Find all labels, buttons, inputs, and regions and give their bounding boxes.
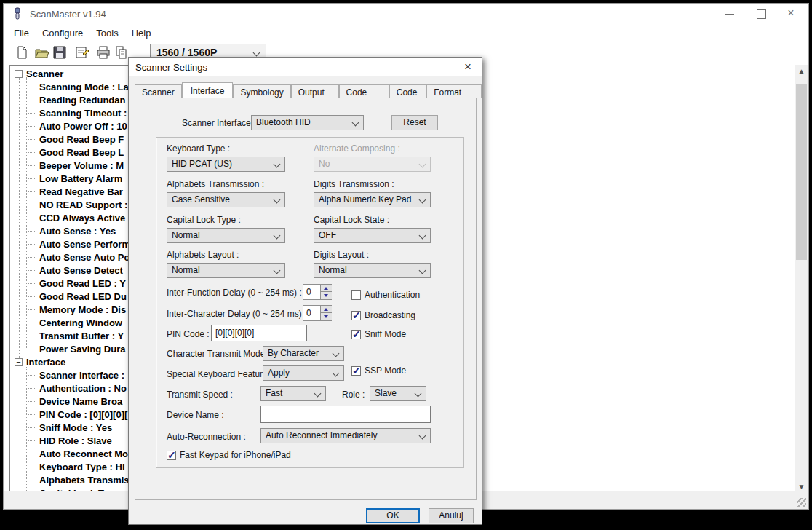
tree-item[interactable]: Scanning Mode : La — [10, 80, 133, 93]
broadcasting-label: Broadcasting — [365, 310, 415, 320]
minimize-icon[interactable] — [715, 4, 744, 24]
close-icon[interactable]: × — [776, 4, 805, 24]
tree-item[interactable]: Auto Reconnect Mo — [10, 447, 133, 460]
spin-down-icon[interactable] — [321, 292, 332, 299]
tree-item[interactable]: Auto Sense : Yes — [10, 224, 133, 237]
tree-item[interactable]: Good Read Beep L — [10, 146, 133, 159]
device-name-input[interactable] — [260, 406, 431, 423]
menu-tools[interactable]: Tools — [89, 25, 124, 41]
properties-icon[interactable] — [73, 44, 89, 60]
keyboard-type-select[interactable]: HID PCAT (US) — [167, 157, 285, 172]
capital-lock-state-select[interactable]: OFF — [314, 228, 431, 243]
sniff-mode-checkbox[interactable]: Sniff Mode — [351, 329, 406, 339]
tab-code-id[interactable]: Code ID — [389, 84, 426, 98]
tree-connector — [28, 191, 36, 192]
inter-character-delay-spinner[interactable]: 0 — [303, 305, 332, 321]
tab-symbology[interactable]: Symbology — [233, 84, 290, 98]
ok-button[interactable]: OK — [366, 508, 420, 523]
tree-item[interactable]: Scanning Timeout : — [10, 106, 133, 119]
menu-help[interactable]: Help — [125, 25, 158, 41]
chevron-down-icon — [253, 50, 260, 57]
scanner-interface-select[interactable]: Bluetooth HID — [251, 115, 364, 130]
print-icon[interactable] — [95, 44, 111, 60]
tree-item[interactable]: Scanner Interface : — [10, 368, 133, 381]
ssp-mode-checkbox[interactable]: SSP Mode — [351, 365, 406, 376]
tree-connector — [28, 480, 36, 480]
scrollbar-thumb[interactable] — [796, 84, 807, 260]
tab-interface[interactable]: Interface — [182, 82, 234, 98]
new-file-icon[interactable] — [14, 44, 30, 60]
tree-item[interactable]: Good Read LED : Y — [10, 277, 133, 290]
character-transmit-mode-select[interactable]: By Character — [263, 346, 344, 361]
tree-item[interactable]: Reading Redundan — [10, 93, 133, 106]
tree-section-interface[interactable]: −Interface — [10, 355, 133, 368]
tree-section-scanner[interactable]: −Scanner — [10, 67, 133, 80]
tree-item[interactable]: Keyboard Type : HI — [10, 460, 133, 473]
tab-output-seq[interactable]: Output Seq. — [291, 84, 339, 98]
tree-item[interactable]: PIN Code : [0][0][0][ — [10, 408, 133, 421]
tree-item[interactable]: Read Negative Bar — [10, 185, 133, 198]
vertical-scrollbar[interactable]: ▲ ▼ — [795, 65, 808, 493]
copy-icon[interactable] — [114, 44, 130, 60]
menu-configure[interactable]: Configure — [36, 25, 89, 41]
tree-item[interactable]: Authentication : No — [10, 381, 133, 395]
tree-item[interactable]: Auto Sense Auto Po — [10, 250, 133, 264]
tree-item[interactable]: Auto Sense Detect — [10, 264, 133, 277]
special-keyboard-feature-label: Special Keyboard Feature : — [167, 369, 272, 379]
tree-item[interactable]: Device Name Broa — [10, 395, 133, 408]
tree-item[interactable]: Auto Sense Perform — [10, 237, 133, 250]
inter-function-delay-spinner[interactable]: 0 — [303, 284, 332, 300]
open-file-icon[interactable] — [33, 44, 49, 60]
tree-item[interactable]: CCD Always Active — [10, 211, 133, 224]
alphabets-layout-select[interactable]: Normal — [167, 263, 285, 278]
scroll-up-icon[interactable]: ▲ — [795, 65, 808, 77]
tree-item[interactable]: Auto Power Off : 10 — [10, 119, 133, 132]
tree-item[interactable]: Power Saving Dura — [10, 342, 133, 355]
tab-scanner[interactable]: Scanner — [135, 84, 182, 98]
resize-grip-icon[interactable] — [797, 498, 806, 507]
tree-item[interactable]: NO READ Support : — [10, 198, 133, 211]
tab-code-length[interactable]: Code Length — [339, 84, 389, 98]
save-icon[interactable] — [52, 44, 68, 60]
collapse-icon[interactable]: − — [15, 70, 23, 78]
alphabets-transmission-select[interactable]: Case Sensitive — [167, 192, 285, 207]
spin-up-icon[interactable] — [321, 306, 332, 313]
tree-item[interactable]: Good Read LED Du — [10, 290, 133, 303]
tree-item[interactable]: Memory Mode : Dis — [10, 303, 133, 316]
tree-item-label: Auto Sense Detect — [39, 265, 123, 276]
tree-item[interactable]: Low Battery Alarm — [10, 172, 133, 185]
spin-up-icon[interactable] — [321, 285, 332, 292]
checkbox-icon — [351, 366, 361, 376]
broadcasting-checkbox[interactable]: Broadcasting — [351, 310, 415, 320]
tree-item-label: Low Battery Alarm — [39, 173, 122, 184]
tree-item[interactable]: Sniff Mode : Yes — [10, 421, 133, 434]
tree-item[interactable]: Beeper Volume : M — [10, 159, 133, 172]
pin-code-input[interactable]: [0][0][0][0] — [211, 325, 307, 341]
character-transmit-mode-value: By Character — [268, 348, 319, 358]
authentication-checkbox[interactable]: Authentication — [351, 290, 420, 300]
menu-file[interactable]: File — [7, 25, 36, 41]
special-keyboard-feature-select[interactable]: Apply — [263, 365, 344, 381]
device-name-label: Device Name : — [167, 410, 224, 420]
tree-item[interactable]: Good Read Beep F — [10, 132, 133, 146]
fast-keypad-checkbox[interactable]: Fast Keypad for iPhone/iPad — [167, 450, 291, 460]
dialog-title: Scanner Settings — [135, 62, 207, 73]
spin-down-icon[interactable] — [321, 313, 332, 320]
dialog-close-icon[interactable]: × — [460, 59, 476, 75]
digits-layout-select[interactable]: Normal — [314, 263, 431, 278]
reset-button[interactable]: Reset — [391, 115, 438, 130]
maximize-icon[interactable] — [747, 4, 776, 24]
tree-item[interactable]: HID Role : Slave — [10, 434, 133, 447]
interface-tab-page: Scanner Interface : Bluetooth HID Reset … — [135, 98, 477, 500]
digits-transmission-select[interactable]: Alpha Numeric Key Pad — [314, 192, 431, 207]
cancel-button[interactable]: Anuluj — [429, 508, 474, 523]
collapse-icon[interactable]: − — [15, 358, 23, 366]
tree-item[interactable]: Alphabets Transmis — [10, 473, 133, 486]
tree-item[interactable]: Transmit Buffer : Y — [10, 329, 133, 342]
auto-reconnection-select[interactable]: Auto Reconnect Immediately — [260, 428, 431, 443]
tab-format-editing[interactable]: Format Editing — [426, 84, 482, 98]
tree-item[interactable]: Centering Window — [10, 316, 133, 329]
role-select[interactable]: Slave — [370, 386, 426, 401]
transmit-speed-select[interactable]: Fast — [260, 386, 326, 401]
capital-lock-type-select[interactable]: Normal — [167, 228, 285, 243]
